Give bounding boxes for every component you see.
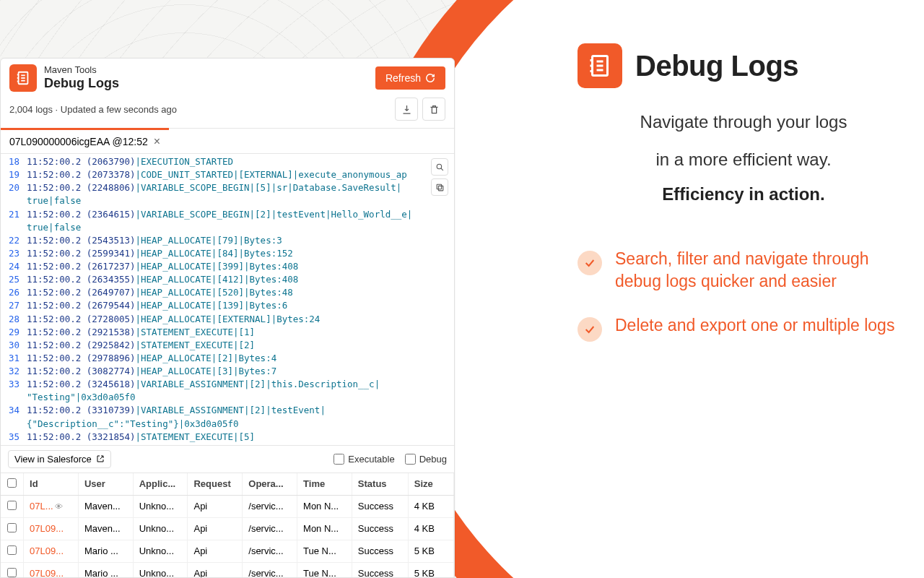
cell-id[interactable]: 07L...👁 xyxy=(24,495,79,517)
log-content: 11:52:00.2 (2073378)|CODE_UNIT_STARTED|[… xyxy=(27,168,407,181)
log-line[interactable]: 1811:52:00.2 (2063790)|EXECUTION_STARTED xyxy=(2,155,450,168)
log-content: 11:52:00.2 (3082774)|HEAP_ALLOCATE|[3]|B… xyxy=(27,365,276,378)
app-title: Debug Logs xyxy=(44,76,368,92)
cell-status: Success xyxy=(352,517,408,540)
line-number: 21 xyxy=(2,208,27,221)
table-row[interactable]: 07L09...Mario ...Unkno...Api/servic...Tu… xyxy=(1,562,454,577)
logs-table: IdUserApplic...RequestOpera...TimeStatus… xyxy=(1,473,454,577)
tab-close-icon[interactable]: × xyxy=(154,136,160,147)
log-content: 11:52:00.2 (2925842)|STATEMENT_EXECUTE|[… xyxy=(27,339,255,352)
log-line[interactable]: 2211:52:00.2 (2543513)|HEAP_ALLOCATE|[79… xyxy=(2,234,450,247)
log-line[interactable]: 3011:52:00.2 (2925842)|STATEMENT_EXECUTE… xyxy=(2,339,450,352)
promo-subtitle-1: Navigate through your logs xyxy=(578,110,910,134)
svg-point-7 xyxy=(437,164,442,169)
log-line[interactable]: 2111:52:00.2 (2364615)|VARIABLE_SCOPE_BE… xyxy=(2,208,450,221)
line-number: 20 xyxy=(2,181,27,194)
log-line[interactable]: 2311:52:00.2 (2599341)|HEAP_ALLOCATE|[84… xyxy=(2,247,450,260)
log-count-status: 2,004 logs · Updated a few seconds ago xyxy=(9,104,177,115)
line-number: 28 xyxy=(2,313,27,326)
log-line[interactable]: 3511:52:00.2 (3321854)|STATEMENT_EXECUTE… xyxy=(2,431,450,444)
refresh-label: Refresh xyxy=(385,72,421,84)
log-line[interactable]: 3411:52:00.2 (3310739)|VARIABLE_ASSIGNME… xyxy=(2,404,450,417)
cell-time: Mon N... xyxy=(297,495,352,517)
log-line[interactable]: 3111:52:00.2 (2978896)|HEAP_ALLOCATE|[2]… xyxy=(2,352,450,365)
debug-checkbox[interactable]: Debug xyxy=(405,454,447,465)
log-tab[interactable]: 07L090000006icgEAA @12:52 × xyxy=(1,128,169,153)
cell-id[interactable]: 07L09... xyxy=(24,517,79,540)
row-checkbox[interactable] xyxy=(7,501,17,510)
log-line[interactable]: 2711:52:00.2 (2679544)|HEAP_ALLOCATE|[13… xyxy=(2,299,450,312)
col-request[interactable]: Request xyxy=(188,473,243,496)
log-content: 11:52:00.2 (3245618)|VARIABLE_ASSIGNMENT… xyxy=(27,378,380,391)
log-line[interactable]: 2811:52:00.2 (2728005)|HEAP_ALLOCATE|[EX… xyxy=(2,313,450,326)
cell-user: Mario ... xyxy=(78,540,133,562)
line-number: 22 xyxy=(2,234,27,247)
log-line-wrap: {"Description__c":"Testing"}|0x3d0a05f0 xyxy=(2,418,450,431)
debug-label: Debug xyxy=(419,454,447,465)
log-line[interactable]: 2011:52:00.2 (2248806)|VARIABLE_SCOPE_BE… xyxy=(2,181,450,194)
log-line[interactable]: 3211:52:00.2 (3082774)|HEAP_ALLOCATE|[3]… xyxy=(2,365,450,378)
eye-icon: 👁 xyxy=(55,502,63,511)
col-time[interactable]: Time xyxy=(297,473,352,496)
cell-id[interactable]: 07L09... xyxy=(24,540,79,562)
cell-app: Unkno... xyxy=(133,540,188,562)
col-size[interactable]: Size xyxy=(408,473,453,496)
col-status[interactable]: Status xyxy=(352,473,408,496)
log-content: 11:52:00.2 (2364615)|VARIABLE_SCOPE_BEGI… xyxy=(27,208,412,221)
refresh-button[interactable]: Refresh xyxy=(375,66,445,90)
col-user[interactable]: User xyxy=(78,473,133,496)
feature-2: Delete and export one or multiple logs xyxy=(578,314,910,342)
cell-req: Api xyxy=(188,517,243,540)
cell-op: /servic... xyxy=(243,495,297,517)
line-number: 31 xyxy=(2,352,27,365)
select-all-checkbox[interactable] xyxy=(7,478,17,488)
cell-status: Success xyxy=(352,562,408,577)
promo-tagline: Efficiency in action. xyxy=(578,184,910,204)
download-icon xyxy=(401,104,412,115)
check-icon xyxy=(578,251,602,275)
view-in-salesforce-button[interactable]: View in Salesforce xyxy=(8,450,111,468)
line-number: 35 xyxy=(2,431,27,444)
debug-logs-window: Maven Tools Debug Logs Refresh 2,004 log… xyxy=(0,58,455,578)
executable-checkbox[interactable]: Executable xyxy=(334,454,394,465)
log-line[interactable]: 2911:52:00.2 (2921538)|STATEMENT_EXECUTE… xyxy=(2,326,450,339)
log-content: 11:52:00.2 (3310739)|VARIABLE_ASSIGNMENT… xyxy=(27,404,326,417)
log-search-button[interactable] xyxy=(431,158,448,176)
table-row[interactable]: 07L...👁Maven...Unkno...Api/servic...Mon … xyxy=(1,495,454,517)
log-content: 11:52:00.2 (2617237)|HEAP_ALLOCATE|[399]… xyxy=(27,260,298,273)
log-line[interactable]: 2611:52:00.2 (2649707)|HEAP_ALLOCATE|[52… xyxy=(2,286,450,299)
download-button[interactable] xyxy=(395,98,418,121)
feature-1: Search, filter and navigate through debu… xyxy=(578,248,910,293)
line-number: 25 xyxy=(2,273,27,286)
cell-size: 4 KB xyxy=(408,495,453,517)
svg-line-8 xyxy=(440,168,443,170)
log-line-wrap: "Testing"|0x3d0a05f0 xyxy=(2,391,450,404)
app-supertitle: Maven Tools xyxy=(44,64,368,76)
promo-title: Debug Logs xyxy=(635,50,798,82)
line-number: 32 xyxy=(2,365,27,378)
table-row[interactable]: 07L09...Maven...Unkno...Api/servic...Mon… xyxy=(1,517,454,540)
log-line[interactable]: 2511:52:00.2 (2634355)|HEAP_ALLOCATE|[41… xyxy=(2,273,450,286)
cell-id[interactable]: 07L09... xyxy=(24,562,79,577)
svg-rect-10 xyxy=(437,184,442,189)
row-checkbox[interactable] xyxy=(7,523,17,532)
log-copy-button[interactable] xyxy=(431,178,448,196)
line-number: 19 xyxy=(2,168,27,181)
promo-app-icon xyxy=(578,43,622,88)
col-applic[interactable]: Applic... xyxy=(133,473,188,496)
log-line[interactable]: 3311:52:00.2 (3245618)|VARIABLE_ASSIGNME… xyxy=(2,378,450,391)
cell-time: Tue N... xyxy=(297,540,352,562)
log-line[interactable]: 2411:52:00.2 (2617237)|HEAP_ALLOCATE|[39… xyxy=(2,260,450,273)
cell-app: Unkno... xyxy=(133,495,188,517)
cell-time: Mon N... xyxy=(297,517,352,540)
feature-1-text: Search, filter and navigate through debu… xyxy=(615,248,910,293)
cell-status: Success xyxy=(352,495,408,517)
window-subheader: 2,004 logs · Updated a few seconds ago xyxy=(1,95,454,128)
col-id[interactable]: Id xyxy=(24,473,79,496)
log-line[interactable]: 1911:52:00.2 (2073378)|CODE_UNIT_STARTED… xyxy=(2,168,450,181)
row-checkbox[interactable] xyxy=(7,545,17,555)
col-opera[interactable]: Opera... xyxy=(243,473,297,496)
table-row[interactable]: 07L09...Mario ...Unkno...Api/servic...Tu… xyxy=(1,540,454,562)
delete-button[interactable] xyxy=(422,98,445,121)
row-checkbox[interactable] xyxy=(7,568,17,577)
